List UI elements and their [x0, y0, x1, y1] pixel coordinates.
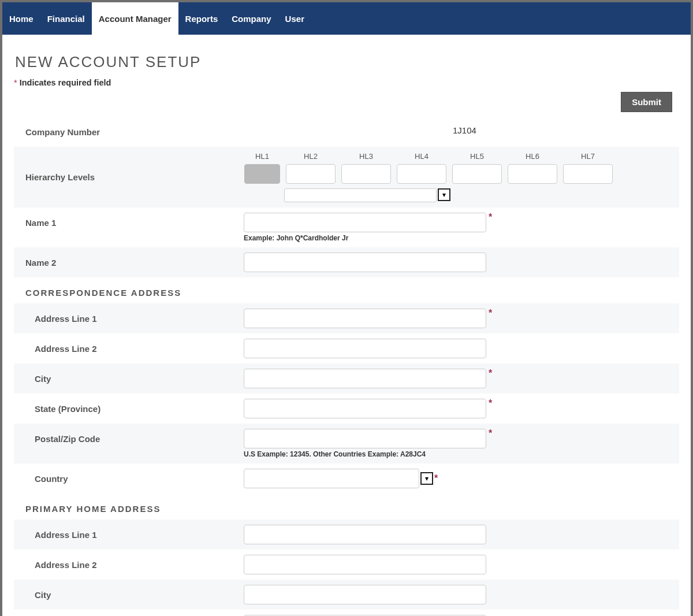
home-addr2-input[interactable] [244, 555, 486, 574]
label-hierarchy: Hierarchy Levels [14, 168, 244, 187]
home-addr1-input[interactable] [244, 525, 486, 544]
hl4-input[interactable] [397, 164, 446, 184]
label-name2: Name 2 [14, 253, 244, 272]
label-corr-addr2: Address Line 2 [14, 339, 244, 358]
hl2-header: HL2 [304, 152, 318, 161]
required-note-text: Indicates required field [20, 78, 111, 87]
label-corr-country: Country [14, 469, 244, 488]
hierarchy-inputs: HL1 HL2 HL3 HL4 HL5 HL6 HL7 [244, 152, 679, 184]
required-star: * [14, 78, 17, 87]
section-home: PRIMARY HOME ADDRESS [14, 493, 679, 519]
page-title: NEW ACCOUNT SETUP [15, 53, 679, 71]
row-corr-state: State (Province) * [14, 394, 679, 424]
corr-state-input[interactable] [244, 399, 486, 418]
corr-addr1-input[interactable] [244, 309, 486, 328]
label-corr-addr1: Address Line 1 [14, 309, 244, 328]
name1-hint: Example: John Q*Cardholder Jr [244, 234, 679, 242]
label-corr-postal: Postal/Zip Code [14, 429, 244, 448]
row-corr-postal: Postal/Zip Code * U.S Example: 12345. Ot… [14, 424, 679, 463]
row-name2: Name 2 [14, 247, 679, 277]
nav-financial[interactable]: Financial [40, 2, 92, 35]
corr-country-select[interactable] [244, 469, 419, 488]
top-nav: Home Financial Account Manager Reports C… [2, 2, 691, 35]
name1-required-star: * [489, 213, 492, 222]
label-home-city: City [14, 585, 244, 604]
nav-reports[interactable]: Reports [178, 2, 225, 35]
row-home-addr2: Address Line 2 [14, 550, 679, 580]
hl1-input [244, 164, 280, 184]
submit-button[interactable]: Submit [621, 92, 672, 112]
hl7-input[interactable] [563, 164, 613, 184]
row-home-addr1: Address Line 1 [14, 519, 679, 550]
row-company-number: Company Number 1J104 [14, 117, 679, 147]
corr-postal-hint: U.S Example: 12345. Other Countries Exam… [244, 450, 679, 458]
row-corr-country: Country ▾ * [14, 463, 679, 493]
label-home-addr2: Address Line 2 [14, 555, 244, 574]
row-corr-addr1: Address Line 1 * [14, 303, 679, 333]
hierarchy-select[interactable] [284, 188, 437, 202]
hl5-header: HL5 [470, 152, 484, 161]
row-name1: Name 1 * Example: John Q*Cardholder Jr [14, 207, 679, 247]
row-corr-city: City * [14, 363, 679, 394]
corr-state-required-star: * [489, 399, 492, 408]
page-content: NEW ACCOUNT SETUP * Indicates required f… [2, 35, 691, 616]
nav-company[interactable]: Company [225, 2, 278, 35]
hl6-input[interactable] [508, 164, 557, 184]
hl2-input[interactable] [286, 164, 336, 184]
hl1-header: HL1 [255, 152, 269, 161]
hl3-input[interactable] [341, 164, 391, 184]
nav-home[interactable]: Home [2, 2, 40, 35]
corr-addr2-input[interactable] [244, 339, 486, 358]
corr-addr1-required-star: * [489, 309, 492, 318]
submit-bar: Submit [14, 92, 679, 112]
row-home-state: State (Province) [14, 610, 679, 616]
label-corr-state: State (Province) [14, 399, 244, 418]
home-city-input[interactable] [244, 585, 486, 604]
label-company-number: Company Number [14, 122, 244, 142]
section-correspondence: CORRESPONDENCE ADDRESS [14, 277, 679, 303]
row-hierarchy: Hierarchy Levels HL1 HL2 HL3 HL4 HL5 HL6… [14, 147, 679, 207]
nav-user[interactable]: User [278, 2, 311, 35]
company-number-value: 1J104 [244, 122, 679, 135]
account-form: Company Number 1J104 Hierarchy Levels HL… [14, 117, 679, 616]
hl3-header: HL3 [359, 152, 373, 161]
name1-input[interactable] [244, 213, 486, 232]
label-name1: Name 1 [14, 213, 244, 232]
hl7-header: HL7 [581, 152, 595, 161]
app-frame: Home Financial Account Manager Reports C… [2, 2, 691, 616]
chevron-down-icon: ▾ [442, 191, 446, 199]
hierarchy-select-toggle[interactable]: ▾ [438, 188, 450, 201]
chevron-down-icon: ▾ [425, 474, 429, 483]
corr-postal-required-star: * [489, 429, 492, 438]
corr-postal-input[interactable] [244, 429, 486, 448]
hl6-header: HL6 [526, 152, 539, 161]
hl4-header: HL4 [415, 152, 429, 161]
corr-country-required-star: * [434, 474, 438, 483]
row-corr-addr2: Address Line 2 [14, 333, 679, 363]
corr-city-input[interactable] [244, 369, 486, 388]
label-home-addr1: Address Line 1 [14, 525, 244, 544]
corr-country-toggle[interactable]: ▾ [420, 472, 433, 485]
label-corr-city: City [14, 369, 244, 388]
corr-city-required-star: * [489, 369, 492, 378]
name2-input[interactable] [244, 253, 486, 272]
required-note: * Indicates required field [14, 78, 679, 87]
row-home-city: City [14, 580, 679, 610]
nav-account-manager[interactable]: Account Manager [92, 2, 178, 35]
hl5-input[interactable] [452, 164, 502, 184]
